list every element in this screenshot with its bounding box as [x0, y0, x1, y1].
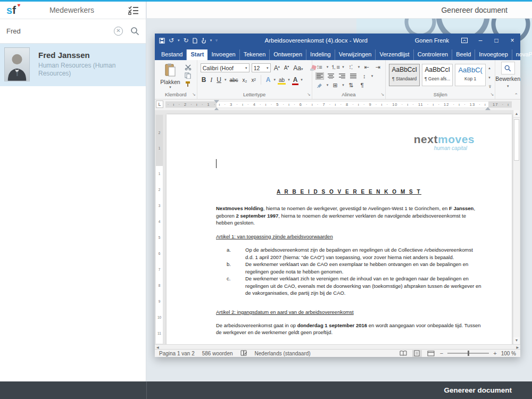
minimize-button[interactable]: – — [472, 34, 488, 47]
format-painter-icon[interactable] — [185, 81, 191, 87]
web-layout-icon[interactable] — [426, 350, 436, 357]
styles-more-icon[interactable]: ⊽ — [488, 85, 491, 89]
collapse-ribbon-icon[interactable]: ⌃ — [514, 93, 518, 98]
language-indicator[interactable]: Nederlands (standaard) — [255, 351, 311, 356]
style-kop1[interactable]: AaBbC( Kop 1 — [455, 64, 486, 86]
align-center-icon[interactable] — [327, 72, 335, 80]
employee-card[interactable]: Fred Janssen Human Resources (Human Reso… — [0, 44, 146, 86]
zoom-slider[interactable] — [447, 353, 489, 354]
grow-font-icon[interactable]: A▴ — [273, 64, 281, 72]
copy-icon[interactable] — [185, 72, 191, 79]
word-count[interactable]: 586 woorden — [202, 351, 233, 356]
align-left-icon[interactable] — [315, 72, 324, 80]
multilevel-list-icon[interactable]: ⁝⁚ — [347, 63, 355, 71]
undo-icon[interactable]: ↺ — [169, 37, 174, 44]
line-spacing-icon[interactable]: ↕ — [360, 72, 369, 80]
show-marks-icon[interactable]: ¶ — [358, 81, 367, 89]
tab-stop-selector[interactable]: L — [156, 101, 163, 108]
paste-button[interactable]: Plakken ▾ — [158, 62, 182, 91]
word-titlebar[interactable]: ↺▾ ↻ ▾ ▿ Arbeidsovereenkomst (4).docx - … — [155, 34, 520, 47]
scroll-right-icon[interactable]: ▶ — [516, 345, 519, 349]
vertical-scroll-thumb[interactable] — [514, 119, 519, 161]
styles-scroll-down-icon[interactable]: ▾ — [488, 76, 491, 80]
search-bar[interactable]: Fred ✕ — [0, 19, 146, 44]
bold-icon[interactable]: B — [201, 76, 207, 84]
superscript-icon[interactable]: x² — [251, 77, 257, 83]
checklist-icon[interactable] — [128, 5, 139, 15]
highlight-color-icon[interactable]: ab — [278, 77, 286, 83]
page-indicator[interactable]: Pagina 1 van 2 — [159, 351, 195, 356]
right-indent-marker[interactable] — [485, 104, 491, 110]
tab-verwijzingen[interactable]: Verwijzingen — [335, 49, 376, 60]
tab-bestand[interactable]: Bestand — [157, 49, 187, 60]
tab-controleren[interactable]: Controleren — [414, 49, 452, 60]
document-body[interactable]: A R B E I D S O V E R E E N K O M S T Ne… — [167, 188, 512, 344]
document-page[interactable]: nextmoves human capital A R B E I D S O … — [167, 114, 512, 344]
proofing-icon[interactable] — [240, 350, 247, 356]
maximize-button[interactable]: □ — [488, 34, 504, 47]
change-case-icon[interactable]: Aa▾ — [292, 64, 304, 72]
strikethrough-icon[interactable]: abc — [228, 77, 239, 83]
ribbon-display-options-icon[interactable] — [456, 34, 472, 47]
vertical-scrollbar[interactable]: ▲ ▼ — [513, 110, 520, 344]
horizontal-scrollbar[interactable]: ◀ ▶ — [155, 344, 520, 349]
save-icon[interactable] — [159, 38, 165, 44]
scroll-left-icon[interactable]: ◀ — [156, 345, 159, 349]
bullets-icon[interactable]: ⁝≡ — [315, 63, 324, 71]
paragraph-dialog-launcher-icon[interactable]: ↘ — [380, 91, 384, 98]
touch-mode-icon[interactable] — [201, 38, 206, 44]
font-size-select[interactable]: 12▾ — [252, 63, 271, 72]
zoom-slider-thumb[interactable] — [468, 351, 469, 356]
sort-icon[interactable]: ⇅ — [347, 81, 355, 89]
zoom-out-icon[interactable]: − — [440, 350, 443, 356]
redo-icon[interactable]: ↻ — [184, 37, 189, 44]
new-document-icon[interactable] — [193, 38, 197, 44]
tab-ontwerpen[interactable]: Ontwerpen — [270, 49, 306, 60]
underline-icon[interactable]: U — [215, 76, 222, 84]
borders-icon[interactable]: ⊞ — [331, 81, 339, 89]
subscript-icon[interactable]: x₂ — [242, 77, 248, 83]
numbering-icon[interactable]: ⒈≡ — [331, 63, 339, 71]
font-color-icon[interactable]: A — [292, 76, 299, 84]
cut-icon[interactable] — [185, 64, 192, 70]
generate-document-button[interactable]: Genereer document — [444, 386, 512, 394]
close-button[interactable]: × — [504, 34, 520, 47]
shrink-font-icon[interactable]: A▾ — [283, 64, 290, 71]
tab-invoegtoep[interactable]: Invoegtoep — [475, 49, 512, 60]
search-input[interactable]: Fred — [6, 27, 114, 35]
text-effects-icon[interactable]: A — [265, 76, 272, 84]
clipboard-dialog-launcher-icon[interactable]: ↘ — [192, 91, 196, 98]
scroll-up-icon[interactable]: ▲ — [513, 110, 520, 118]
signed-in-user[interactable]: Gonen Frenk — [415, 37, 449, 44]
justify-icon[interactable] — [349, 72, 358, 80]
tab-start[interactable]: Start — [187, 49, 207, 60]
shading-icon[interactable] — [315, 81, 324, 89]
tab-novapdf[interactable]: novaPDF — [512, 49, 532, 60]
sf-logo[interactable]: sf ♥ — [6, 4, 16, 16]
font-name-select[interactable]: Calibri (Hoof▾ — [201, 63, 250, 72]
style-standaard[interactable]: AaBbCcI ¶ Standaard — [389, 64, 420, 86]
decrease-indent-icon[interactable]: ⇤ — [362, 63, 371, 71]
read-mode-icon[interactable] — [398, 350, 408, 357]
tab-invoegen[interactable]: Invoegen — [207, 49, 239, 60]
print-layout-icon[interactable] — [412, 350, 422, 357]
styles-scroll-up-icon[interactable]: ▴ — [488, 66, 491, 70]
touch-caret-icon[interactable]: ▾ — [210, 38, 212, 43]
increase-indent-icon[interactable]: ⇥ — [373, 63, 382, 71]
undo-caret-icon[interactable]: ▾ — [178, 38, 180, 43]
vertical-ruler[interactable]: 21 1234567891011 — [155, 114, 163, 344]
tab-tekenen[interactable]: Tekenen — [240, 49, 270, 60]
clear-search-icon[interactable]: ✕ — [114, 27, 123, 36]
scroll-down-icon[interactable]: ▼ — [513, 337, 520, 344]
zoom-level[interactable]: 100 % — [501, 351, 516, 356]
style-geen-afstand[interactable]: AaBbCcI ¶ Geen afs... — [422, 64, 453, 86]
font-dialog-launcher-icon[interactable]: ↘ — [307, 91, 311, 98]
editing-button[interactable]: Bewerken▾ — [495, 76, 520, 88]
zoom-in-icon[interactable]: + — [493, 350, 496, 356]
tab-beeld[interactable]: Beeld — [452, 49, 475, 60]
align-right-icon[interactable] — [338, 72, 346, 80]
styles-dialog-launcher-icon[interactable]: ↘ — [491, 91, 494, 98]
tab-verzendlijst[interactable]: Verzendlijst — [376, 49, 413, 60]
tab-indeling[interactable]: Indeling — [306, 49, 335, 60]
find-button[interactable] — [501, 62, 515, 74]
